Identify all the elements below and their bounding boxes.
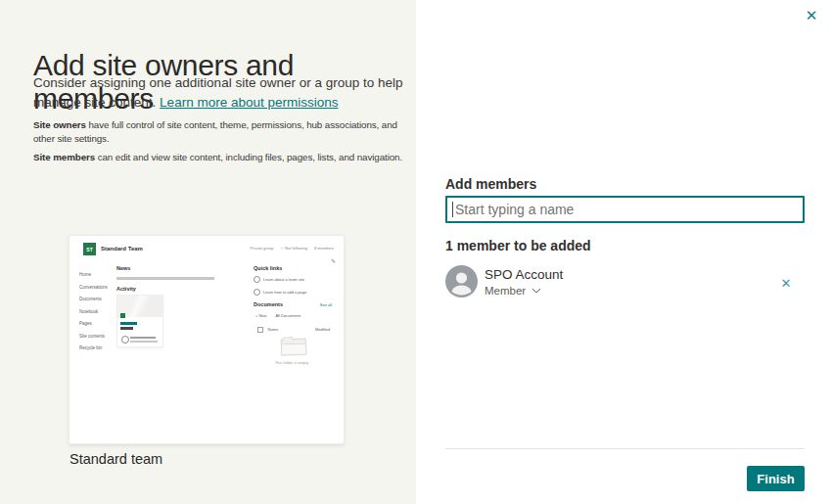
nav-item-site-contents: Site contents: [79, 331, 108, 344]
privacy-label: Private group: [251, 246, 274, 251]
site-owners-text2: other site settings.: [33, 133, 110, 144]
site-template-preview: ST Standard Team Private group ☆ Not fol…: [69, 235, 345, 444]
text-placeholder-bar: [130, 341, 158, 343]
member-list-item: SPO Account Member ✕: [445, 264, 805, 299]
chevron-down-icon: [532, 288, 541, 294]
preview-site-title: Standard Team: [101, 246, 143, 252]
nav-item-pages: Pages: [79, 318, 108, 331]
nav-item-conversations: Conversations: [79, 282, 108, 295]
nav-item-home: Home: [79, 269, 108, 282]
template-caption: Standard team: [69, 451, 162, 467]
text-placeholder-bar: [120, 327, 133, 330]
bullet-icon: [254, 289, 260, 296]
info-panel: Add site owners and members Consider ass…: [0, 0, 416, 504]
finish-button[interactable]: Finish: [747, 466, 805, 491]
view-filter-label: All Documents: [275, 313, 300, 318]
text-placeholder-bar: [120, 322, 137, 325]
footer-divider: [445, 448, 805, 449]
preview-header-meta: Private group ☆ Not following 8 members: [251, 246, 334, 251]
dialog-subtitle: Consider assigning one additional site o…: [33, 73, 403, 113]
member-name-input[interactable]: [445, 196, 805, 223]
add-members-label: Add members: [445, 176, 536, 192]
see-all-link: See all: [320, 302, 332, 307]
pending-members-count: 1 member to be added: [445, 238, 591, 253]
activity-tile: [116, 295, 163, 347]
nav-item-notebook: Notebook: [79, 306, 108, 319]
learn-more-link[interactable]: Learn more about permissions: [160, 95, 338, 110]
remove-icon: ✕: [781, 276, 792, 291]
activity-heading: Activity: [116, 286, 136, 292]
text-placeholder-bar: [116, 277, 214, 280]
member-role-label: Member: [485, 285, 526, 297]
text-placeholder-bar: [130, 337, 156, 339]
quick-link-label: Learn how to add a page: [263, 290, 306, 295]
quick-link-item: Learn about a team site: [254, 276, 304, 283]
empty-folder-text: This folder is empty: [248, 360, 336, 365]
member-name: SPO Account: [485, 267, 563, 282]
close-icon: ✕: [806, 7, 818, 24]
documents-table-header: Name: [257, 327, 278, 333]
column-name: Name: [268, 327, 279, 332]
file-type-icon: [120, 313, 125, 318]
subtitle-line2: manage site content.: [33, 95, 156, 110]
quick-link-label: Learn about a team site: [263, 277, 304, 282]
site-owners-lead: Site owners: [33, 119, 86, 130]
members-count-label: 8 members: [314, 246, 334, 251]
preview-nav: Home Conversations Documents Notebook Pa…: [79, 269, 108, 355]
remove-member-button[interactable]: ✕: [776, 273, 796, 293]
quick-link-item: Learn how to add a page: [254, 289, 306, 296]
edit-icon: ✎: [331, 257, 336, 264]
quick-links-heading: Quick links: [254, 265, 282, 271]
subtitle-line1: Consider assigning one additional site o…: [33, 75, 403, 90]
star-icon: ☆: [280, 246, 284, 251]
nav-item-documents: Documents: [79, 294, 108, 306]
site-logo: ST: [83, 243, 96, 255]
documents-toolbar: + New All Documents: [255, 313, 300, 318]
text-caret: [452, 202, 453, 217]
site-owners-text1: have full control of site content, theme…: [86, 119, 397, 130]
empty-folder-icon: [281, 338, 307, 355]
column-modified: Modified: [315, 327, 330, 332]
close-button[interactable]: ✕: [799, 3, 824, 28]
news-heading: News: [116, 265, 130, 271]
site-members-lead: Site members: [33, 152, 95, 162]
person-icon: [121, 336, 129, 344]
site-owners-description: Site owners have full control of site co…: [33, 118, 397, 146]
follow-label: ☆ Not following: [280, 246, 307, 251]
avatar: [445, 265, 478, 298]
member-role-dropdown[interactable]: Member: [485, 285, 541, 297]
new-button-label: + New: [255, 313, 266, 318]
site-members-description: Site members can edit and view site cont…: [33, 151, 402, 164]
nav-item-recycle-bin: Recycle bin: [79, 343, 108, 355]
site-members-text: can edit and view site content, includin…: [95, 152, 402, 162]
bullet-icon: [254, 276, 260, 283]
documents-heading: Documents: [254, 301, 283, 307]
checkbox-icon: [257, 327, 263, 333]
